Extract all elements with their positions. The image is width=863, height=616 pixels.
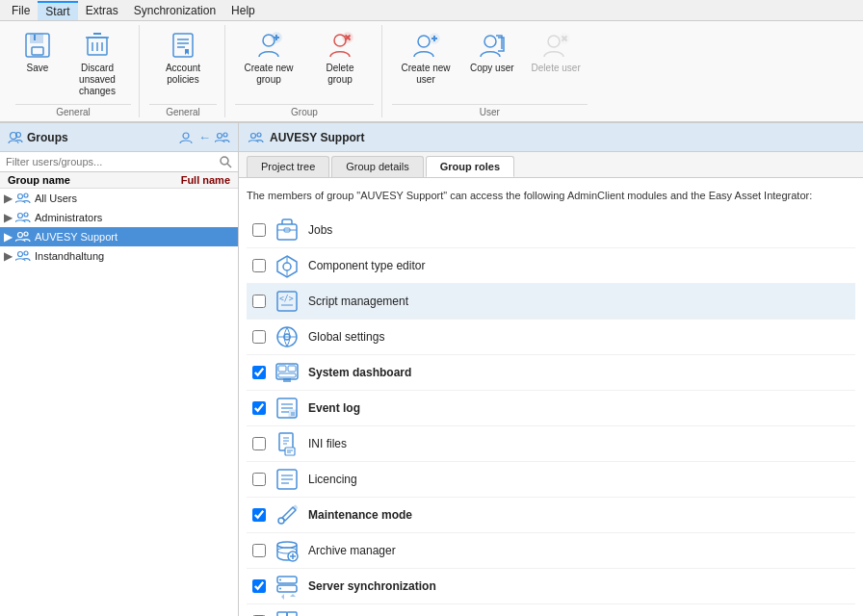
tab-group-details[interactable]: Group details <box>331 156 423 177</box>
search-bar[interactable] <box>0 152 238 172</box>
tree-item-auvesy-support[interactable]: ▶ AUVESY Support <box>0 227 238 246</box>
svg-rect-62 <box>288 366 296 372</box>
svg-point-36 <box>221 157 228 165</box>
role-label-maintenance-mode: Maintenance mode <box>308 508 412 522</box>
role-checkbox-jobs[interactable] <box>252 223 266 237</box>
discard-button[interactable]: Discard unsaved changes <box>64 25 131 102</box>
group-icon <box>15 191 31 206</box>
ini-files-icon <box>274 430 301 457</box>
description-text: The members of group "AUVESY Support" ca… <box>247 186 855 205</box>
svg-point-40 <box>18 214 23 218</box>
expand-arrow: ▶ <box>4 230 15 244</box>
delete-user-icon <box>540 30 571 61</box>
delete-group-icon <box>325 30 355 61</box>
menu-start[interactable]: Start <box>38 1 77 20</box>
role-item-jobs: Jobs <box>247 213 855 248</box>
svg-rect-61 <box>278 366 286 372</box>
svg-rect-1 <box>30 34 43 43</box>
menu-help[interactable]: Help <box>223 2 263 19</box>
role-checkbox-server-synchronization[interactable] <box>252 579 266 593</box>
menu-file[interactable]: File <box>4 2 38 19</box>
svg-point-93 <box>279 588 281 590</box>
search-input[interactable] <box>6 156 219 167</box>
save-button[interactable]: Save <box>15 25 60 79</box>
role-checkbox-global-settings[interactable] <box>252 330 266 344</box>
tree-item-label: Instandhaltung <box>35 250 104 262</box>
ribbon-group-label: Group <box>235 104 374 117</box>
menu-synchronization[interactable]: Synchronization <box>126 2 223 19</box>
main-content: Groups ← Gr <box>0 123 863 616</box>
tabs: Project tree Group details Group roles <box>239 152 863 178</box>
tree-items: ▶ All Users ▶ Administrators <box>0 189 238 616</box>
groups-title: Groups <box>27 131 68 144</box>
role-label-licencing: Licencing <box>308 473 357 486</box>
users-icon <box>215 130 230 145</box>
role-checkbox-script-management[interactable] <box>252 295 266 308</box>
discard-icon <box>82 30 113 61</box>
svg-line-37 <box>227 164 231 167</box>
delete-group-label: Delete group <box>313 63 367 86</box>
svg-rect-10 <box>173 34 193 57</box>
create-user-label: Create new user <box>399 63 453 86</box>
group-header-icon <box>248 130 264 145</box>
svg-point-33 <box>183 133 189 139</box>
role-label-event-log: Event log <box>308 401 360 415</box>
role-item-server-synchronization: Server synchronization <box>247 569 855 604</box>
left-panel: Groups ← Gr <box>0 123 239 616</box>
role-checkbox-maintenance-mode[interactable] <box>252 508 266 522</box>
role-checkbox-ini-files[interactable] <box>252 437 266 450</box>
tab-project-tree[interactable]: Project tree <box>247 156 329 177</box>
role-label-script-management: Script management <box>308 295 408 308</box>
svg-rect-2 <box>32 47 43 55</box>
svg-point-92 <box>279 579 281 581</box>
account-policies-icon <box>168 30 198 61</box>
expand-arrow: ▶ <box>4 249 15 263</box>
role-item-licencing: Licencing <box>247 462 855 498</box>
ribbon-buttons-general2: Account policies <box>149 25 217 102</box>
role-checkbox-system-dashboard[interactable] <box>252 366 266 379</box>
tree-item-administrators[interactable]: ▶ Administrators <box>0 208 238 227</box>
ribbon: Save Discard unsaved changes General <box>0 21 863 123</box>
role-item-script-management: </> Script management <box>247 284 855 320</box>
delete-group-button[interactable]: Delete group <box>306 25 374 90</box>
global-settings-icon <box>274 323 301 350</box>
role-label-archive-manager: Archive manager <box>308 544 396 557</box>
copy-user-icon <box>477 30 508 61</box>
role-checkbox-component-type-editor[interactable] <box>252 259 266 272</box>
tree-item-instandhaltung[interactable]: ▶ Instandhaltung <box>0 246 238 266</box>
ribbon-group-general1: Save Discard unsaved changes General <box>8 25 140 117</box>
tree-col-group: Group name <box>8 174 181 186</box>
header-icons: ← <box>179 130 230 145</box>
role-checkbox-event-log[interactable] <box>252 401 266 415</box>
role-item-event-log: Event log <box>247 391 855 426</box>
role-item-component-type-editor: Component type editor <box>247 248 855 284</box>
create-group-icon <box>253 30 284 61</box>
account-policies-label: Account policies <box>156 63 210 86</box>
maintenance-mode-icon <box>274 501 301 528</box>
tab-group-roles[interactable]: Group roles <box>426 156 514 177</box>
create-user-button[interactable]: Create new user <box>392 25 459 90</box>
tree-col-full: Full name <box>181 174 230 186</box>
server-synchronization-icon <box>274 573 301 600</box>
role-checkbox-archive-manager[interactable] <box>252 544 266 557</box>
right-panel-title: AUVESY Support <box>270 131 364 144</box>
expand-arrow: ▶ <box>4 211 15 224</box>
role-checkbox-licencing[interactable] <box>252 473 266 486</box>
svg-point-44 <box>18 252 23 257</box>
copy-user-button[interactable]: Copy user <box>463 25 521 79</box>
role-item-archive-manager: Archive manager <box>247 533 855 569</box>
menu-bar: File Start Extras Synchronization Help <box>0 0 863 21</box>
tree-item-all-users[interactable]: ▶ All Users <box>0 189 238 208</box>
create-group-button[interactable]: Create new group <box>235 25 302 90</box>
ribbon-general1-label: General <box>15 104 131 117</box>
right-panel: AUVESY Support Project tree Group detail… <box>239 123 863 616</box>
copy-user-label: Copy user <box>470 63 514 74</box>
account-policies-button[interactable]: Account policies <box>149 25 217 90</box>
ribbon-group-group: Create new group Delete group Group <box>227 25 382 117</box>
groups-icon <box>8 130 23 145</box>
menu-extras[interactable]: Extras <box>78 2 126 19</box>
role-label-ini-files: INI files <box>308 437 347 450</box>
svg-point-43 <box>24 232 28 236</box>
script-management-icon: </> <box>274 288 301 315</box>
delete-user-button[interactable]: Delete user <box>525 25 588 79</box>
